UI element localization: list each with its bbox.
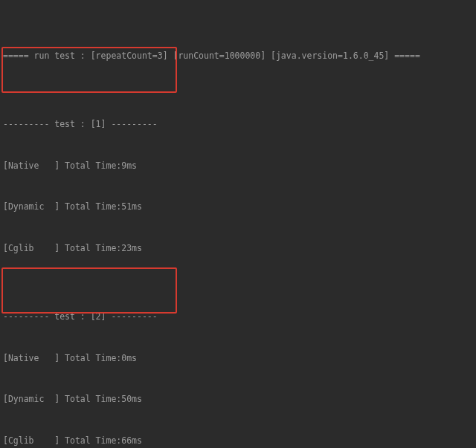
terminal-output: ===== run test : [repeatCount=3] [runCou… [0,0,476,448]
run1-header: ===== run test : [repeatCount=3] [runCou… [3,49,473,63]
run1-test1-dynamic: [Dynamic ] Total Time:51ms [3,200,473,214]
run1-test1-title: --------- test : [1] --------- [3,117,473,132]
run1-test1-native: [Native ] Total Time:9ms [3,159,473,173]
highlight-box-run2-test1 [1,267,177,314]
run1-test2-title: --------- test : [2] --------- [3,310,473,324]
run1-test2-native: [Native ] Total Time:0ms [3,351,473,366]
run1-test2-dynamic: [Dynamic ] Total Time:50ms [3,392,473,406]
run1-test2-cglib: [Cglib ] Total Time:66ms [3,434,473,448]
run1-test1-cglib: [Cglib ] Total Time:23ms [3,241,473,256]
